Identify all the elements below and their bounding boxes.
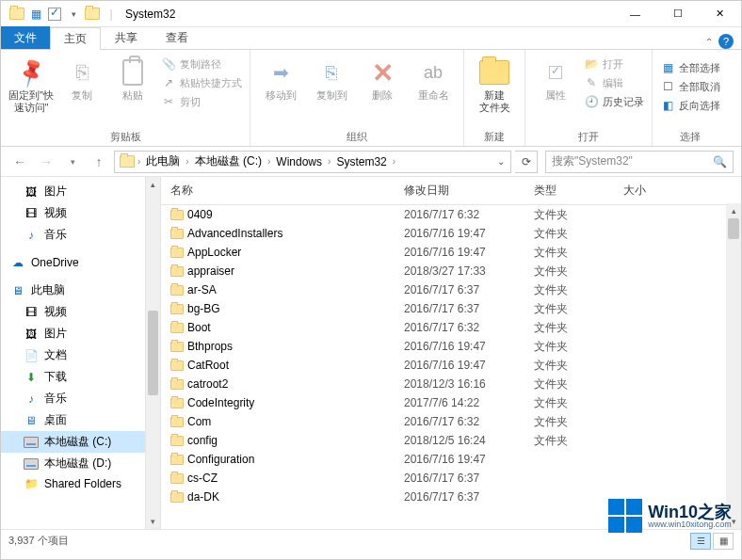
minimize-button[interactable]: —	[614, 1, 656, 27]
sidebar-item[interactable]: 本地磁盘 (C:)	[1, 431, 160, 453]
file-row[interactable]: AdvancedInstallers2016/7/16 19:47文件夹	[161, 224, 741, 243]
sidebar-item[interactable]: ♪音乐	[1, 388, 160, 409]
back-button[interactable]: ←	[8, 151, 31, 173]
scroll-up-icon[interactable]: ▴	[726, 203, 741, 218]
scroll-down-icon[interactable]: ▾	[726, 514, 741, 529]
icons-view-button[interactable]: ▦	[713, 533, 734, 550]
column-header-date[interactable]: 修改日期	[404, 183, 534, 199]
chevron-right-icon[interactable]: ›	[266, 156, 272, 167]
home-tab[interactable]: 主页	[50, 27, 101, 50]
paste-button[interactable]: 粘贴	[108, 54, 157, 102]
crumb-this-pc[interactable]: 此电脑	[142, 153, 184, 169]
move-to-button[interactable]: ➡ 移动到	[256, 54, 305, 102]
search-icon[interactable]: 🔍	[713, 155, 727, 168]
sidebar-item[interactable]: 🖥桌面	[1, 409, 160, 431]
list-scrollbar[interactable]: ▴ ▾	[726, 203, 741, 529]
file-row[interactable]: config2018/12/5 16:24文件夹	[161, 431, 741, 450]
folder-icon	[170, 379, 187, 390]
scroll-thumb[interactable]	[148, 311, 158, 395]
sidebar-item[interactable]: ♪音乐	[1, 224, 160, 246]
file-row[interactable]: bg-BG2016/7/17 6:37文件夹	[161, 299, 741, 318]
collapse-ribbon-icon[interactable]: ⌃	[705, 37, 713, 47]
invert-selection-button[interactable]: ◧反向选择	[658, 97, 722, 114]
file-row[interactable]: Configuration2016/7/16 19:47	[161, 450, 741, 469]
open-button[interactable]: 📂打开	[582, 56, 646, 72]
crumb-dropdown-icon[interactable]: ⌄	[492, 156, 510, 167]
file-row[interactable]: CatRoot2016/7/16 19:47文件夹	[161, 356, 741, 375]
file-row[interactable]: ar-SA2016/7/17 6:37文件夹	[161, 280, 741, 299]
select-none-button[interactable]: ☐全部取消	[658, 78, 722, 95]
recent-dropdown[interactable]: ▾	[61, 151, 84, 173]
crumb-system32[interactable]: System32	[332, 155, 390, 168]
column-header-name[interactable]: 名称	[170, 183, 404, 199]
checkbox-qat-icon[interactable]	[46, 6, 63, 23]
copy-button[interactable]: ⎘ 复制	[57, 54, 106, 102]
file-row[interactable]: CodeIntegrity2017/7/6 14:22文件夹	[161, 393, 741, 412]
sidebar-item-label: 图片	[44, 184, 67, 200]
help-icon[interactable]: ?	[718, 34, 734, 49]
crumb-windows[interactable]: Windows	[272, 155, 326, 168]
file-row[interactable]: Boot2016/7/17 6:32文件夹	[161, 318, 741, 337]
crumb-drive-c[interactable]: 本地磁盘 (C:)	[191, 153, 266, 169]
file-row[interactable]: Bthprops2016/7/16 19:47文件夹	[161, 337, 741, 356]
sidebar-item[interactable]: ☁OneDrive	[1, 253, 160, 272]
sidebar-item-icon: 🖥	[10, 284, 25, 297]
cut-button[interactable]: ✂剪切	[159, 93, 244, 110]
file-row[interactable]: catroot22018/12/3 16:16文件夹	[161, 375, 741, 393]
sidebar-item[interactable]: 📄文档	[1, 344, 160, 366]
refresh-button[interactable]: ⟳	[515, 151, 538, 173]
sidebar-item[interactable]: 🖥此电脑	[1, 280, 160, 301]
details-view-button[interactable]: ☰	[690, 533, 711, 550]
new-folder-button[interactable]: 新建 文件夹	[470, 54, 519, 114]
sidebar-item[interactable]: 🖼图片	[1, 181, 160, 202]
sidebar-item[interactable]: 🎞视频	[1, 202, 160, 224]
file-row[interactable]: 04092016/7/17 6:32文件夹	[161, 205, 741, 224]
forward-button[interactable]: →	[35, 151, 57, 173]
copy-to-button[interactable]: ⎘ 复制到	[307, 54, 356, 102]
sidebar-item[interactable]: 本地磁盘 (D:)	[1, 453, 160, 474]
delete-button[interactable]: ✕ 删除	[358, 54, 407, 102]
column-header-size[interactable]: 大小	[623, 183, 680, 199]
history-button[interactable]: 🕘历史记录	[582, 93, 646, 110]
file-row[interactable]: Com2016/7/17 6:32文件夹	[161, 412, 741, 431]
qat-dropdown-icon[interactable]: ▾	[65, 6, 82, 23]
scroll-down-icon[interactable]: ▾	[146, 514, 160, 529]
select-all-button[interactable]: ▦全部选择	[658, 59, 722, 76]
search-box[interactable]: 搜索"System32" 🔍	[545, 151, 734, 173]
close-button[interactable]: ✕	[699, 1, 741, 27]
chevron-right-icon[interactable]: ›	[184, 156, 190, 167]
scroll-thumb[interactable]	[728, 218, 739, 239]
share-tab[interactable]: 共享	[101, 26, 152, 49]
up-button[interactable]: ↑	[88, 151, 110, 173]
rename-button[interactable]: ab 重命名	[409, 54, 458, 102]
file-date: 2016/7/16 19:47	[404, 340, 534, 353]
sidebar-item[interactable]: 📁Shared Folders	[1, 474, 160, 493]
file-row[interactable]: appraiser2018/3/27 17:33文件夹	[161, 262, 741, 280]
edit-button[interactable]: ✎编辑	[582, 74, 646, 91]
column-headers: 名称 修改日期 类型 大小	[161, 177, 741, 205]
chevron-right-icon[interactable]: ›	[136, 156, 142, 167]
scroll-up-icon[interactable]: ▴	[146, 177, 160, 192]
chevron-right-icon[interactable]: ›	[391, 156, 397, 167]
sidebar-item[interactable]: 🎞视频	[1, 301, 160, 323]
sidebar-item[interactable]: ⬇下载	[1, 366, 160, 388]
column-header-type[interactable]: 类型	[534, 183, 623, 199]
file-row[interactable]: da-DK2016/7/17 6:37	[161, 488, 741, 506]
folder-icon	[170, 398, 187, 408]
sidebar-item-label: 本地磁盘 (C:)	[44, 434, 111, 450]
file-tab[interactable]: 文件	[1, 26, 50, 49]
breadcrumb[interactable]: › 此电脑 › 本地磁盘 (C:) › Windows › System32 ›…	[114, 151, 511, 173]
maximize-button[interactable]: ☐	[656, 1, 699, 27]
paste-shortcut-button[interactable]: ↗粘贴快捷方式	[159, 74, 244, 91]
view-tab[interactable]: 查看	[152, 26, 202, 49]
sidebar-scrollbar[interactable]: ▴ ▾	[145, 177, 160, 529]
pin-to-quick-access-button[interactable]: 📌 固定到"快 速访问"	[7, 54, 56, 114]
properties-button[interactable]: 属性	[531, 54, 580, 102]
chevron-right-icon[interactable]: ›	[326, 156, 332, 167]
file-row[interactable]: AppLocker2016/7/16 19:47文件夹	[161, 243, 741, 262]
file-row[interactable]: cs-CZ2016/7/17 6:37	[161, 469, 741, 488]
sidebar-item[interactable]: 🖼图片	[1, 323, 160, 344]
copy-path-button[interactable]: 📎复制路径	[159, 56, 244, 72]
sidebar-item-icon: 🎞	[24, 306, 39, 319]
properties-qat-icon[interactable]: ▦	[27, 6, 44, 23]
